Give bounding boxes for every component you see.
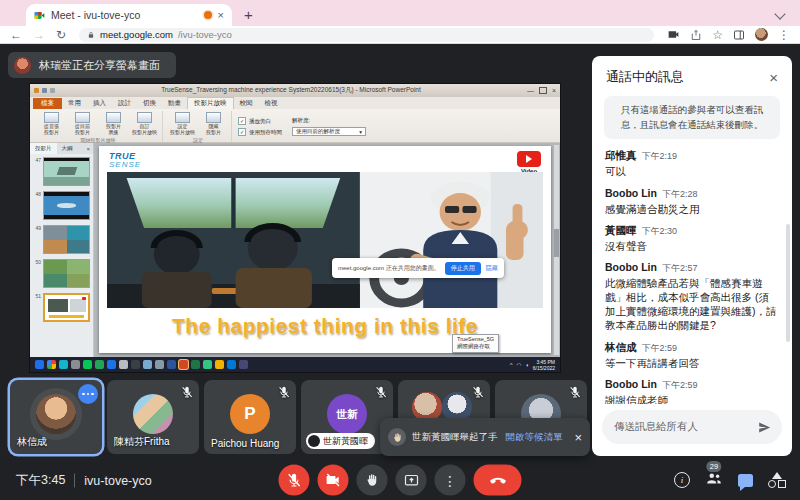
ppt-slide-panel: 投影片 大綱 × 47 48 49 (30, 143, 94, 357)
play-narration-checkbox[interactable]: ✓播放旁白 (238, 117, 282, 125)
chat-message-list: 邱惟真下午2:19 可以 Boobo Lin下午2:28 感覺滿適合勘災之用 黃… (592, 145, 792, 404)
ppt-tab-review[interactable]: 校閱 (234, 98, 259, 109)
slide-thumbnail-49[interactable]: 49 (33, 225, 90, 254)
media-control-icon[interactable] (667, 28, 680, 41)
forward-button[interactable]: → (33, 29, 45, 41)
hide-slide-button[interactable]: 隱藏投影片 (200, 111, 227, 136)
stop-sharing-button[interactable]: 停止共用 (445, 262, 481, 275)
ribbon-resolution: 解析度: 使用目前的解析度▾ (288, 111, 370, 142)
taskbar-app-icon[interactable] (131, 360, 140, 369)
panel-buttons: i 29 (674, 469, 786, 491)
activities-button[interactable] (768, 472, 786, 488)
toolbar-actions: ☆ ⋮ (667, 28, 790, 41)
ppt-tab-design[interactable]: 設計 (112, 98, 137, 109)
taskbar-app-icon[interactable] (119, 360, 128, 369)
broadcast-slideshow-button[interactable]: 投影片廣播 (100, 111, 127, 136)
taskbar-powerpoint-icon[interactable] (179, 360, 188, 369)
slide-thumbnail-51-current[interactable]: 51 (33, 293, 90, 322)
people-panel-button[interactable]: 29 (705, 469, 723, 491)
thumbs-up-man-photo (360, 172, 543, 308)
sharing-control-bar: meet.google.com 正在共用您的畫面。 停止共用 隱藏 (332, 258, 504, 278)
tab-close-icon[interactable]: × (218, 10, 224, 21)
ppt-quick-access-icon (50, 88, 55, 93)
meeting-details-button[interactable]: i (674, 472, 690, 488)
chat-message-input[interactable]: 傳送訊息給所有人 (602, 410, 782, 444)
ppt-tab-transitions[interactable]: 切換 (137, 98, 162, 109)
use-timings-checkbox[interactable]: ✓使用預存時間 (238, 128, 282, 136)
ppt-tab-insert[interactable]: 插入 (87, 98, 112, 109)
send-icon[interactable] (757, 420, 772, 435)
camera-toggle-button[interactable] (318, 465, 349, 496)
panel-close-icon[interactable]: × (86, 146, 90, 152)
participant-tile-1[interactable]: 林信成 (10, 380, 102, 454)
participant-avatar-initial: P (230, 394, 270, 434)
taskbar-edge-icon[interactable] (59, 360, 68, 369)
slide-thumbnail-50[interactable]: 50 (33, 259, 90, 288)
slide-thumbnail-48[interactable]: 48 (33, 191, 90, 220)
taskbar-explorer-icon[interactable] (71, 360, 80, 369)
share-icon[interactable] (690, 29, 702, 41)
chat-panel-button[interactable] (738, 474, 753, 487)
ppt-window-controls[interactable]: —× (527, 87, 556, 94)
ppt-tab-home[interactable]: 常用 (62, 98, 87, 109)
present-button[interactable] (396, 465, 427, 496)
ppt-scrollbar[interactable] (554, 145, 559, 355)
taskbar-photos-icon[interactable] (143, 360, 152, 369)
taskbar-app-icon[interactable] (95, 360, 104, 369)
raised-hand-name-pill: 世新黃國暉 (306, 433, 375, 449)
leave-call-button[interactable] (474, 465, 522, 496)
hide-sharing-bar-button[interactable]: 隱藏 (486, 264, 498, 273)
from-beginning-button[interactable]: 從首張投影片 (38, 111, 65, 136)
tile-menu-button[interactable] (78, 384, 98, 404)
reload-button[interactable]: ↻ (56, 29, 66, 41)
browser-tab[interactable]: Meet - ivu-tove-yco × (26, 4, 232, 26)
slides-tab[interactable]: 投影片 (30, 143, 57, 154)
participant-tile-3[interactable]: P Paichou Huang (204, 380, 296, 454)
setup-slideshow-button[interactable]: 設定投影片放映 (169, 111, 196, 136)
taskbar-teams-icon[interactable] (239, 360, 248, 369)
taskbar-photos-icon[interactable] (155, 360, 164, 369)
taskbar-word-icon[interactable] (167, 360, 176, 369)
participant-tile-2[interactable]: 陳精芬Fritha (107, 380, 199, 454)
outline-tab[interactable]: 大綱 (57, 145, 78, 152)
slide-thumbnails: 47 48 49 50 (30, 154, 93, 357)
tab-search-chevron-icon[interactable] (774, 8, 785, 19)
open-queue-link[interactable]: 開啟等候清單 (506, 431, 563, 444)
taskbar-app-icon[interactable] (203, 360, 212, 369)
toast-close-icon[interactable]: × (574, 431, 582, 444)
ppt-tab-animations[interactable]: 動畫 (162, 98, 187, 109)
taskbar-app-icon[interactable] (107, 360, 116, 369)
hand-raised-icon (308, 435, 320, 447)
chat-scrollbar[interactable] (786, 224, 790, 342)
new-tab-button[interactable]: + (244, 7, 253, 22)
more-options-button[interactable]: ⋮ (435, 465, 466, 496)
resolution-label: 解析度: (292, 117, 310, 124)
resolution-dropdown[interactable]: 使用目前的解析度▾ (292, 127, 366, 136)
meeting-info: 下午3:45 ivu-tove-yco (16, 472, 152, 489)
taskbar-line-icon[interactable] (83, 360, 92, 369)
browser-menu-icon[interactable]: ⋮ (778, 29, 790, 41)
windows-taskbar: ^ ◠ ◖ 3:45 PM6/15/2022 (30, 357, 560, 372)
taskbar-app-icon[interactable] (227, 360, 236, 369)
mic-toggle-button[interactable] (279, 465, 310, 496)
custom-slideshow-button[interactable]: 自訂投影片放映 (131, 111, 158, 136)
taskbar-chrome-icon[interactable] (47, 360, 56, 369)
address-bar[interactable]: meet.google.com/ivu-tove-yco (79, 28, 654, 42)
back-button[interactable]: ← (10, 29, 22, 41)
slide-thumbnail-47[interactable]: 47 (33, 157, 90, 186)
from-current-slide-button[interactable]: 從目前投影片 (69, 111, 96, 136)
ppt-tab-slideshow[interactable]: 投影片放映 (187, 97, 234, 109)
raise-hand-button[interactable] (357, 465, 388, 496)
taskbar-app-icon[interactable] (215, 360, 224, 369)
taskbar-excel-icon[interactable] (191, 360, 200, 369)
browser-profile-avatar[interactable] (755, 28, 768, 41)
ppt-window-title: TrueSense_Traversing machine experience … (58, 86, 524, 95)
bookmark-star-icon[interactable]: ☆ (712, 29, 723, 41)
ribbon-group-setup: 設定投影片放映 隱藏投影片 設定 (165, 111, 232, 142)
side-panel-icon[interactable] (733, 29, 745, 41)
taskbar-tray[interactable]: ^ ◠ ◖ 3:45 PM6/15/2022 (510, 359, 555, 371)
ppt-file-tab[interactable]: 檔案 (33, 98, 62, 109)
chat-close-icon[interactable]: × (769, 70, 778, 85)
ppt-tab-view[interactable]: 檢視 (259, 98, 284, 109)
taskbar-start-icon[interactable] (35, 360, 44, 369)
